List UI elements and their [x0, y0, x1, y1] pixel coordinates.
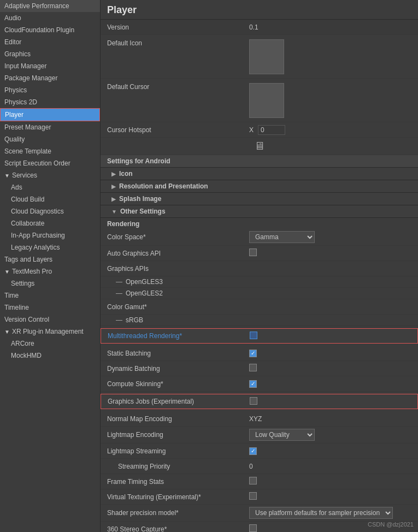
resolution-section-header[interactable]: ▶ Resolution and Presentation	[101, 180, 418, 193]
auto-graphics-checkbox[interactable]	[249, 249, 257, 256]
dynamic-batching-value	[249, 364, 411, 373]
graphics-jobs-value	[250, 397, 411, 406]
sidebar-item-mockhmd[interactable]: MockHMD	[0, 350, 100, 362]
sidebar-item-adaptive-performance[interactable]: Adaptive Performance	[0, 0, 100, 12]
default-cursor-row: Default Cursor	[101, 79, 418, 122]
compute-skinning-value	[249, 380, 411, 388]
color-space-label: Color Space*	[107, 233, 249, 241]
cursor-hotspot-row: Cursor Hotspot X	[101, 122, 418, 138]
sidebar-item-textmesh-pro[interactable]: ▼TextMesh Pro	[0, 265, 100, 277]
sidebar-item-package-manager[interactable]: Package Manager	[0, 72, 100, 84]
lightmap-encoding-label: Lightmap Encoding	[107, 431, 249, 439]
settings-for-android-label: Settings for Android	[107, 157, 170, 165]
shader-precision-row: Shader precision model* Use platform def…	[101, 505, 418, 522]
splash-section-header[interactable]: ▶ Splash Image	[101, 193, 418, 205]
settings-for-android-header[interactable]: Settings for Android	[101, 155, 418, 168]
sidebar-item-collaborate[interactable]: Collaborate	[0, 217, 100, 229]
lightmap-streaming-label: Lightmap Streaming	[107, 447, 249, 455]
color-space-value[interactable]: Gamma	[249, 231, 411, 243]
sidebar-item-editor[interactable]: Editor	[0, 36, 100, 48]
opengl-es3-row: — OpenGLES3	[101, 276, 418, 288]
icon-section-header[interactable]: ▶ Icon	[101, 168, 418, 180]
other-arrow: ▼	[111, 209, 117, 215]
sidebar-item-timeline[interactable]: Timeline	[0, 302, 100, 314]
graphics-jobs-label: Graphics Jobs (Experimental)	[108, 398, 250, 405]
version-row: Version 0.1	[101, 20, 418, 35]
lightmap-streaming-row: Lightmap Streaming	[101, 444, 418, 459]
auto-graphics-label: Auto Graphics API	[107, 250, 249, 257]
other-settings-header[interactable]: ▼ Other Settings	[101, 205, 418, 218]
normal-map-row: Normal Map Encoding XYZ	[101, 411, 418, 427]
sidebar-item-version-control[interactable]: Version Control	[0, 314, 100, 326]
version-label: Version	[107, 23, 249, 31]
other-settings-label: Other Settings	[120, 208, 166, 215]
sidebar-item-script-execution-order[interactable]: Script Execution Order	[0, 157, 100, 169]
shader-precision-dropdown[interactable]: Use platform defaults for sampler precis…	[249, 507, 393, 519]
color-gamut-label: Color Gamut*	[107, 303, 249, 311]
lightmap-encoding-dropdown[interactable]: Low Quality	[249, 429, 315, 441]
resolution-section-label: Resolution and Presentation	[119, 182, 208, 190]
frame-timing-row: Frame Timing Stats	[101, 474, 418, 489]
normal-map-label: Normal Map Encoding	[107, 415, 249, 423]
shader-precision-label: Shader precision model*	[107, 509, 249, 517]
section-arrow: ▼	[4, 329, 10, 335]
default-icon-row: Default Icon	[101, 35, 418, 79]
sidebar-item-legacy-analytics[interactable]: Legacy Analytics	[0, 241, 100, 253]
frame-timing-value	[249, 477, 411, 486]
auto-graphics-value	[249, 249, 411, 258]
color-space-dropdown[interactable]: Gamma	[249, 231, 315, 243]
sidebar-item-in-app-purchasing[interactable]: In-App Purchasing	[0, 229, 100, 241]
virtual-texturing-checkbox[interactable]	[249, 492, 257, 500]
opengl-es2-label: OpenGLES2	[126, 289, 163, 297]
monitor-icon: 🖥	[254, 140, 265, 152]
sidebar-item-player[interactable]: Player	[0, 108, 100, 121]
shader-precision-value[interactable]: Use platform defaults for sampler precis…	[249, 507, 411, 519]
default-icon-value	[249, 39, 411, 74]
sidebar-item-preset-manager[interactable]: Preset Manager	[0, 121, 100, 133]
splash-arrow: ▶	[111, 196, 116, 202]
lightmap-streaming-checkbox[interactable]	[249, 447, 257, 455]
sidebar-item-input-manager[interactable]: Input Manager	[0, 60, 100, 72]
stereo-label: 360 Stereo Capture*	[107, 525, 249, 533]
compute-skinning-checkbox[interactable]	[249, 380, 257, 388]
frame-timing-checkbox[interactable]	[249, 477, 257, 484]
sidebar-item-time[interactable]: Time	[0, 289, 100, 302]
graphics-apis-label: Graphics APIs	[107, 265, 249, 273]
sidebar-item-quality[interactable]: Quality	[0, 133, 100, 145]
sidebar-item-settings[interactable]: Settings	[0, 277, 100, 289]
static-batching-checkbox[interactable]	[249, 350, 257, 357]
sidebar-item-tags-and-layers[interactable]: Tags and Layers	[0, 253, 100, 265]
graphics-jobs-row: Graphics Jobs (Experimental)	[101, 394, 418, 409]
sidebar-item-audio[interactable]: Audio	[0, 12, 100, 24]
static-batching-value	[249, 349, 411, 357]
virtual-texturing-value	[249, 492, 411, 501]
sidebar-item-services[interactable]: ▼Services	[0, 169, 100, 181]
section-arrow: ▼	[4, 173, 10, 179]
multithreaded-checkbox[interactable]	[250, 332, 257, 339]
streaming-priority-label: Streaming Priority	[107, 463, 249, 470]
sidebar-item-graphics[interactable]: Graphics	[0, 48, 100, 60]
sidebar-item-cloud-build[interactable]: Cloud Build	[0, 193, 100, 205]
graphics-jobs-checkbox[interactable]	[250, 397, 257, 405]
compute-skinning-label: Compute Skinning*	[107, 380, 249, 388]
section-arrow: ▼	[4, 269, 10, 275]
sidebar-item-cloud-diagnostics[interactable]: Cloud Diagnostics	[0, 205, 100, 217]
sidebar-item-cloudfoundation-plugin[interactable]: CloudFoundation Plugin	[0, 24, 100, 36]
sidebar-item-physics[interactable]: Physics	[0, 84, 100, 96]
stereo-checkbox[interactable]	[249, 524, 257, 532]
sidebar-item-arcore[interactable]: ARCore	[0, 338, 100, 350]
srgb-label: sRGB	[126, 316, 143, 324]
lightmap-streaming-value	[249, 447, 411, 455]
sidebar-item-physics-2d[interactable]: Physics 2D	[0, 96, 100, 108]
sidebar-item-ads[interactable]: Ads	[0, 181, 100, 193]
static-batching-row: Static Batching	[101, 346, 418, 361]
sidebar-item-scene-template[interactable]: Scene Template	[0, 145, 100, 157]
default-cursor-label: Default Cursor	[107, 83, 249, 91]
normal-map-value: XYZ	[249, 415, 411, 423]
lightmap-encoding-value[interactable]: Low Quality	[249, 429, 411, 441]
cursor-hotspot-x-input[interactable]	[258, 125, 285, 135]
sidebar-item-xr-plug-in-management[interactable]: ▼XR Plug-in Management	[0, 326, 100, 338]
content-area: Version 0.1 Default Icon Default Cursor …	[101, 20, 418, 532]
default-icon-placeholder	[249, 39, 284, 74]
dynamic-batching-checkbox[interactable]	[249, 364, 257, 371]
